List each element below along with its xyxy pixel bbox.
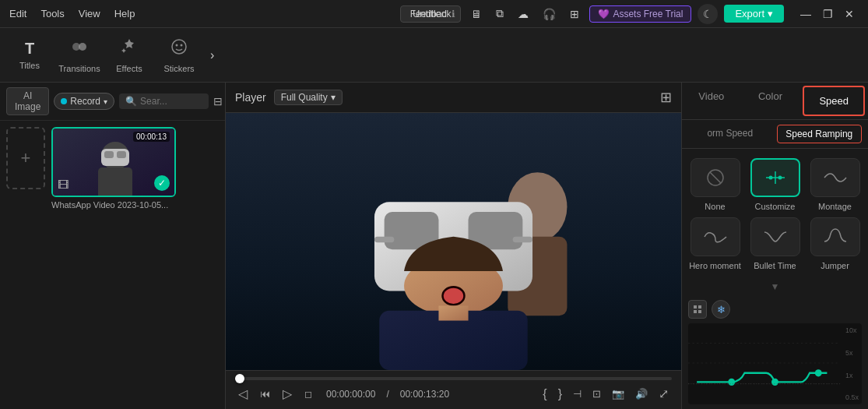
toolbar-transitions[interactable]: Transitions <box>56 33 103 77</box>
tab-color[interactable]: Color <box>741 83 800 119</box>
speed-bullet[interactable]: Bullet Time <box>748 217 802 270</box>
ai-image-button[interactable]: AI Image <box>6 87 49 115</box>
toolbar-titles[interactable]: T Titles <box>6 33 53 77</box>
svg-point-38 <box>771 379 778 386</box>
progress-track[interactable] <box>235 377 672 380</box>
speed-montage-label: Montage <box>818 202 852 211</box>
assets-button[interactable]: 💜 Assets Free Trial <box>589 5 691 23</box>
stop-button[interactable]: ◻ <box>301 387 315 401</box>
video-content <box>226 113 681 370</box>
copy-icon[interactable]: ⧉ <box>492 5 508 22</box>
speed-hero[interactable]: Hero moment <box>688 217 742 270</box>
search-input[interactable] <box>140 96 202 107</box>
freeze-icon <box>692 304 703 315</box>
right-tabs: Video Color Speed <box>682 83 868 120</box>
grid-icon[interactable]: ⊞ <box>566 6 583 22</box>
quality-selector[interactable]: Full Quality ▾ <box>274 90 343 105</box>
speed-jumper-label: Jumper <box>821 261 849 270</box>
close-button[interactable]: ✕ <box>840 5 859 23</box>
speed-graph-area: ❄ <box>682 294 868 409</box>
subtab-ramping[interactable]: Speed Ramping <box>777 125 863 143</box>
svg-rect-18 <box>513 237 532 243</box>
filter-button[interactable]: ⊟ <box>213 95 223 108</box>
mark-out-button[interactable]: } <box>555 386 565 403</box>
play-button[interactable]: ▷ <box>279 385 295 403</box>
record-chevron: ▾ <box>104 97 107 106</box>
playback-bar: ◁ ⏮ ▷ ◻ 00:00:00:00 / 00:00:13:20 { } ⊣ … <box>226 370 681 409</box>
effects-icon <box>120 37 139 61</box>
svg-rect-10 <box>117 151 126 158</box>
media-selected-check: ✓ <box>154 175 170 191</box>
svg-rect-32 <box>694 310 697 313</box>
time-separator: / <box>386 389 388 400</box>
export-button[interactable]: Export ▾ <box>724 5 784 23</box>
headset-icon[interactable]: 🎧 <box>539 6 560 22</box>
export-label: Export <box>735 8 764 19</box>
fullscreen-button[interactable]: ⤢ <box>655 385 672 403</box>
screen-options-icon[interactable]: ⊞ <box>660 89 672 106</box>
record-label: Record <box>70 96 100 107</box>
speed-jumper[interactable]: Jumper <box>808 217 862 270</box>
window-controls: — ❐ ✕ <box>796 5 859 23</box>
menu-help[interactable]: Help <box>114 8 135 19</box>
speed-label-10x: 10x <box>845 326 859 334</box>
transitions-icon <box>70 37 89 61</box>
main-content: AI Image Record ▾ 🔍 ⊟ ··· + <box>0 83 868 409</box>
record-button[interactable]: Record ▾ <box>54 93 114 110</box>
speed-jumper-icon <box>810 217 860 256</box>
left-panel: AI Image Record ▾ 🔍 ⊟ ··· + <box>0 83 226 409</box>
menu-view[interactable]: View <box>79 8 100 19</box>
toolbar-effects[interactable]: Effects <box>106 33 153 77</box>
rewind-button[interactable]: ◁ <box>235 385 251 403</box>
monitor-icon[interactable]: 🖥 <box>467 6 486 22</box>
quality-chevron: ▾ <box>331 92 336 103</box>
media-thumbnail: 00:00:13 🎞 ✓ <box>51 127 176 197</box>
step-back-button[interactable]: ⏮ <box>257 386 273 401</box>
list-item[interactable]: 00:00:13 🎞 ✓ WhatsApp Video 2023-10-05..… <box>51 127 176 210</box>
search-box[interactable]: 🔍 <box>119 93 209 109</box>
speed-graph[interactable]: 10x 5x 1x 0.5x <box>688 323 862 404</box>
player-title: Player <box>235 91 266 104</box>
speed-label-5x: 5x <box>845 349 859 357</box>
speed-none[interactable]: None <box>688 158 742 211</box>
menu-edit[interactable]: Edit <box>9 8 26 19</box>
svg-point-29 <box>778 176 782 180</box>
chevron-down-icon: ▼ <box>771 281 780 292</box>
speed-customize[interactable]: Customize <box>748 158 802 211</box>
speed-hero-icon <box>691 217 740 256</box>
caption-button[interactable]: ⊡ <box>589 386 604 401</box>
svg-rect-17 <box>374 237 394 243</box>
tab-speed[interactable]: Speed <box>803 86 865 116</box>
snapshot-button[interactable]: 📷 <box>609 386 627 401</box>
speed-hero-label: Hero moment <box>689 261 741 270</box>
transitions-label: Transitions <box>58 64 100 73</box>
split-button[interactable]: ⊣ <box>570 386 585 401</box>
speed-montage[interactable]: Montage <box>808 158 862 211</box>
freeze-button[interactable]: ❄ <box>712 300 730 319</box>
media-grid: + <box>0 121 225 409</box>
menu-tools[interactable]: Tools <box>40 8 64 19</box>
cloud-icon[interactable]: ☁ <box>514 6 532 22</box>
add-media-button[interactable]: + <box>6 127 45 189</box>
minimize-button[interactable]: — <box>796 5 815 23</box>
restore-button[interactable]: ❐ <box>818 5 837 23</box>
montage-svg <box>820 165 851 190</box>
toolbar-expand[interactable]: › <box>206 48 219 62</box>
toolbar-stickers[interactable]: Stickers <box>156 33 202 77</box>
tab-video[interactable]: Video <box>682 83 741 119</box>
svg-rect-7 <box>98 167 132 197</box>
title-bar: Edit Tools View Help Untitled ℹ Feedback… <box>0 0 868 28</box>
freeze-frame-button[interactable] <box>688 300 707 319</box>
effects-label: Effects <box>116 64 142 73</box>
speed-customize-label: Customize <box>755 202 796 211</box>
export-chevron: ▾ <box>768 8 773 19</box>
theme-toggle[interactable]: ☾ <box>698 4 718 24</box>
subtab-uniform[interactable]: orm Speed <box>688 125 772 143</box>
speed-bullet-label: Bullet Time <box>754 261 796 270</box>
film-icon: 🎞 <box>58 178 69 191</box>
mark-in-button[interactable]: { <box>539 386 550 403</box>
video-frame <box>226 113 681 370</box>
progress-thumb[interactable] <box>235 374 244 383</box>
snowflake-icon: ❄ <box>717 304 726 316</box>
volume-button[interactable]: 🔊 <box>632 386 651 401</box>
